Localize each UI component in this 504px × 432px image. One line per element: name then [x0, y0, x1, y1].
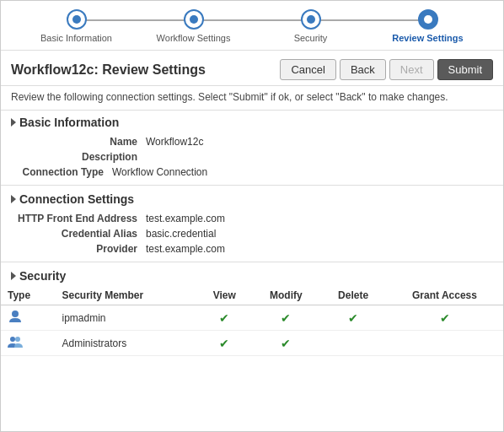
table-row: ipmadmin ✔ ✔ ✔ ✔: [1, 305, 503, 331]
submit-button[interactable]: Submit: [437, 59, 493, 80]
wizard-steps: Basic Information Workflow Settings Secu…: [1, 1, 503, 51]
col-grant: Grant Access: [386, 286, 503, 305]
cell-modify-administrators: ✔: [251, 331, 320, 356]
security-section: Security Type Security Member View Modif…: [1, 264, 503, 364]
connection-settings-title: Connection Settings: [11, 192, 493, 206]
field-label-description: Description: [28, 151, 146, 163]
next-button[interactable]: Next: [389, 59, 434, 80]
cell-grant-ipmadmin: ✔: [386, 305, 503, 331]
step-label-review: Review Settings: [392, 33, 463, 43]
field-label-name: Name: [28, 136, 146, 148]
security-title: Security: [1, 264, 503, 286]
step-circle-workflow: [184, 9, 204, 30]
svg-point-0: [12, 310, 19, 317]
col-type: Type: [1, 286, 55, 305]
field-credential-alias: Credential Alias basic.credential: [28, 226, 493, 241]
field-value-credential: basic.credential: [146, 228, 216, 240]
back-button[interactable]: Back: [340, 59, 386, 80]
step-workflow: Workflow Settings: [135, 9, 252, 43]
triangle-icon-3: [11, 272, 16, 280]
user-icon: [8, 309, 23, 324]
field-value-connection-type: Workflow Connection: [112, 166, 207, 178]
cell-type-group: [1, 331, 55, 356]
cell-view-administrators: ✔: [197, 331, 252, 356]
svg-point-1: [10, 337, 15, 342]
cell-member-administrators: Administrators: [55, 331, 197, 356]
step-circle-basic: [67, 9, 87, 30]
basic-information-title: Basic Information: [11, 116, 493, 129]
cell-type-user: [1, 305, 55, 331]
field-name: Name Workflow12c: [28, 134, 493, 149]
table-row: Administrators ✔ ✔: [1, 331, 503, 356]
subheader-text: Review the following connection settings…: [1, 86, 503, 111]
col-member: Security Member: [55, 286, 197, 305]
page-header: Workflow12c: Review Settings Cancel Back…: [1, 51, 503, 86]
divider-2: [1, 262, 503, 262]
basic-information-section: Basic Information Name Workflow12c Descr…: [1, 111, 503, 183]
field-provider: Provider test.example.com: [28, 241, 493, 256]
step-security: Security: [252, 9, 369, 43]
connection-settings-section: Connection Settings HTTP Front End Addre…: [1, 187, 503, 260]
cell-modify-ipmadmin: ✔: [251, 305, 320, 331]
triangle-icon: [11, 118, 16, 127]
col-modify: Modify: [251, 286, 320, 305]
security-table: Type Security Member View Modify Delete …: [1, 286, 503, 356]
divider-1: [1, 185, 503, 186]
cell-grant-administrators: [386, 331, 503, 356]
col-view: View: [197, 286, 252, 305]
step-circle-review: [418, 9, 438, 30]
header-buttons: Cancel Back Next Submit: [280, 59, 493, 80]
svg-point-2: [15, 337, 20, 342]
field-value-http: test.example.com: [146, 213, 225, 224]
step-basic: Basic Information: [18, 9, 135, 43]
page-title: Workflow12c: Review Settings: [11, 62, 280, 78]
step-label-workflow: Workflow Settings: [157, 33, 231, 43]
step-circle-security: [301, 9, 321, 30]
step-label-security: Security: [294, 33, 328, 43]
cell-view-ipmadmin: ✔: [197, 305, 252, 331]
field-connection-type: Connection Type Workflow Connection: [11, 165, 493, 180]
field-label-provider: Provider: [28, 243, 146, 255]
step-review: Review Settings: [369, 9, 486, 43]
field-description: Description: [28, 149, 493, 165]
field-http-address: HTTP Front End Address test.example.com: [11, 211, 493, 226]
triangle-icon-2: [11, 195, 16, 203]
field-label-http: HTTP Front End Address: [11, 213, 146, 224]
group-icon: [8, 334, 23, 349]
cell-member-ipmadmin: ipmadmin: [55, 305, 197, 331]
field-value-name: Workflow12c: [146, 136, 203, 148]
field-label-credential: Credential Alias: [28, 228, 146, 240]
col-delete: Delete: [320, 286, 386, 305]
field-value-provider: test.example.com: [146, 243, 225, 255]
cell-delete-administrators: [320, 331, 386, 356]
cell-delete-ipmadmin: ✔: [320, 305, 386, 331]
cancel-button[interactable]: Cancel: [280, 59, 335, 80]
field-label-connection-type: Connection Type: [11, 166, 112, 178]
table-header-row: Type Security Member View Modify Delete …: [1, 286, 503, 305]
step-label-basic: Basic Information: [40, 33, 112, 43]
